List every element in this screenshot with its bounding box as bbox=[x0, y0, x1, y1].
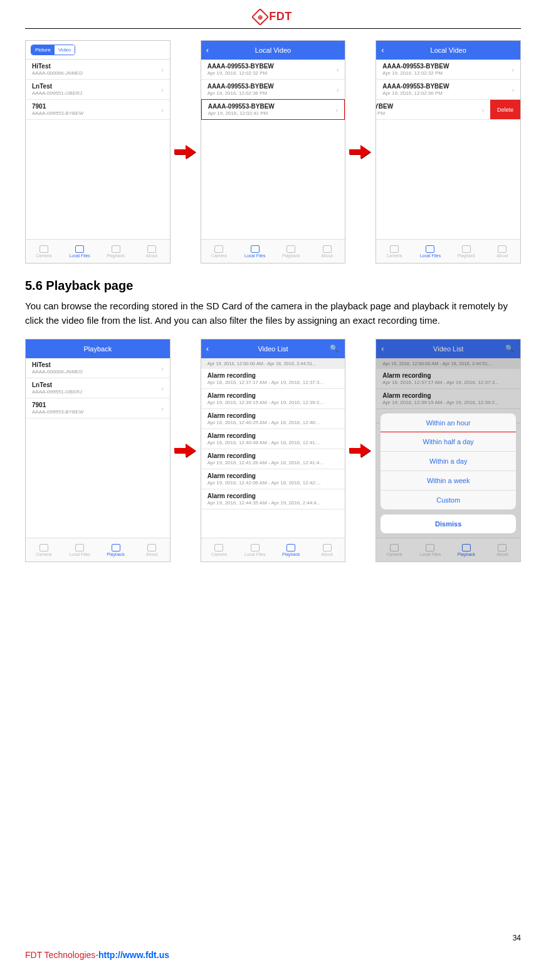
list-item[interactable]: AAAA-099553-BYBEW Apr 19, 2016, 12:02:36… bbox=[201, 80, 345, 100]
item-sub: Apr 19, 2016, 12:02:41 PM bbox=[208, 110, 339, 116]
list-item-swiped[interactable]: 9553-BYBEW , 12:02:41 PM › Delete bbox=[376, 100, 520, 120]
tab-playback[interactable]: Playback bbox=[448, 538, 484, 562]
tab-about[interactable]: About bbox=[485, 538, 520, 562]
tab-local-files[interactable]: Local Files bbox=[61, 240, 97, 263]
playback-icon bbox=[286, 544, 295, 551]
phone3-title: Local Video bbox=[431, 46, 466, 54]
tab-label: Playback bbox=[107, 552, 124, 557]
option-within-half-day[interactable]: Within half a day bbox=[380, 432, 517, 452]
list-item-highlighted[interactable]: AAAA-099553-BYBEW Apr 19, 2016, 12:02:41… bbox=[201, 99, 345, 120]
action-sheet-options: Within an hour Within half a day Within … bbox=[380, 413, 517, 510]
tab-camera[interactable]: Camera bbox=[201, 538, 237, 562]
search-icon[interactable]: 🔍 bbox=[330, 344, 339, 353]
arrow-right-icon bbox=[349, 145, 372, 159]
chevron-right-icon: › bbox=[482, 106, 484, 113]
item-sub: Apr 19, 2016, 12:44:35 AM - Apr 19, 2016… bbox=[207, 500, 339, 506]
list-item[interactable]: Alarm recordingApr 19, 2016, 12:41:26 AM… bbox=[201, 449, 345, 469]
option-within-day[interactable]: Within a day bbox=[381, 451, 516, 471]
list-item[interactable]: LnTest AAAA-099551-OBERJ › bbox=[26, 80, 170, 100]
list-item[interactable]: AAAA-099553-BYBEW Apr 19, 2016, 12:02:32… bbox=[376, 60, 520, 80]
list-item[interactable]: AAAA-099553-BYBEW Apr 19, 2016, 12:02:36… bbox=[376, 80, 520, 100]
phone2-header: ‹ Local Video bbox=[201, 41, 345, 60]
tab-label: Camera bbox=[211, 253, 227, 258]
tab-camera[interactable]: Camera bbox=[26, 538, 61, 562]
tab-local-files[interactable]: Local Files bbox=[412, 240, 448, 263]
item-sub: AAAA-000066-JNMED bbox=[32, 70, 164, 76]
pb-phone1-header: Playback bbox=[26, 339, 170, 358]
tab-camera[interactable]: Camera bbox=[376, 538, 412, 562]
phone-local-video-swipe-delete: ‹ Local Video AAAA-099553-BYBEW Apr 19, … bbox=[375, 40, 521, 264]
tab-label: Local Files bbox=[69, 552, 90, 557]
back-button[interactable]: ‹ bbox=[381, 45, 384, 55]
list-item[interactable]: Alarm recordingApr 18, 2016, 12:40:48 AM… bbox=[201, 429, 345, 449]
list-item[interactable]: HiTest AAAA-000066-JNMED › bbox=[26, 60, 170, 80]
tab-label: Local Files bbox=[244, 253, 265, 258]
tab-label: Camera bbox=[36, 552, 51, 557]
tab-label: Local Files bbox=[420, 253, 441, 258]
pb-phone2-header: ‹ Video List 🔍 bbox=[201, 339, 345, 358]
about-icon bbox=[498, 544, 507, 551]
list-item[interactable]: AAAA-099553-BYBEW Apr 19, 2016, 12:02:32… bbox=[201, 60, 345, 80]
tab-playback[interactable]: Playback bbox=[98, 538, 134, 562]
item-title: AAAA-099553-BYBEW bbox=[207, 83, 339, 90]
item-sub: Apr 19, 2016, 12:02:32 PM bbox=[207, 70, 339, 76]
files-icon bbox=[426, 245, 434, 253]
tab-playback[interactable]: Playback bbox=[448, 240, 484, 263]
footer-company: FDT Technologies- bbox=[25, 950, 98, 960]
back-button[interactable]: ‹ bbox=[206, 344, 209, 353]
tab-camera[interactable]: Camera bbox=[201, 240, 237, 263]
back-button[interactable]: ‹ bbox=[206, 45, 209, 55]
item-sub: Apr 18, 2016, 12:40:25 AM - Apr 18, 2016… bbox=[207, 420, 339, 425]
list-item[interactable]: 7901 AAAA-099553-BYBEW › bbox=[26, 100, 170, 120]
phone1-header: Picture Video bbox=[26, 41, 170, 60]
pb-phone1-body: HiTest AAAA-000066-JNMED › LnTest AAAA-0… bbox=[26, 358, 170, 538]
tab-about[interactable]: About bbox=[134, 538, 169, 562]
item-title: 7901 bbox=[32, 103, 164, 110]
tab-local-files[interactable]: Local Files bbox=[237, 538, 273, 562]
arrow-right-icon bbox=[349, 444, 372, 457]
tab-label: Local Files bbox=[69, 253, 90, 258]
option-within-hour[interactable]: Within an hour bbox=[381, 413, 516, 432]
tab-local-files[interactable]: Local Files bbox=[412, 538, 448, 562]
list-item[interactable]: 7901 AAAA-099553-BYBEW › bbox=[26, 398, 170, 418]
phone-video-list-filter-sheet: ‹ Video List 🔍 Apr 19, 2016, 12:00:00 AM… bbox=[375, 339, 521, 562]
segment-control[interactable]: Picture Video bbox=[31, 45, 75, 55]
tab-local-files[interactable]: Local Files bbox=[61, 538, 97, 562]
item-title: Alarm recording bbox=[207, 472, 339, 479]
list-item[interactable]: Alarm recordingApr 18, 2016, 12:40:25 AM… bbox=[201, 409, 345, 429]
tab-about[interactable]: About bbox=[134, 240, 169, 263]
segment-picture[interactable]: Picture bbox=[31, 45, 55, 55]
tab-label: Playback bbox=[458, 552, 475, 557]
search-icon[interactable]: 🔍 bbox=[505, 344, 514, 353]
delete-button[interactable]: Delete bbox=[490, 100, 520, 119]
tab-label: About bbox=[146, 552, 157, 557]
option-within-week[interactable]: Within a week bbox=[381, 471, 516, 490]
tab-about[interactable]: About bbox=[309, 538, 345, 562]
tab-camera[interactable]: Camera bbox=[376, 240, 412, 263]
back-button[interactable]: ‹ bbox=[381, 344, 384, 353]
tab-local-files[interactable]: Local Files bbox=[237, 240, 273, 263]
tab-playback[interactable]: Playback bbox=[273, 240, 309, 263]
segment-video[interactable]: Video bbox=[55, 45, 75, 55]
list-item[interactable]: Alarm recordingApr 19, 2016, 12:39:15 AM… bbox=[201, 389, 345, 409]
list-item[interactable]: HiTest AAAA-000066-JNMED › bbox=[26, 358, 170, 378]
phone2-title: Local Video bbox=[255, 46, 291, 54]
list-item[interactable]: Alarm recordingApr 19, 2016, 12:44:35 AM… bbox=[201, 489, 345, 509]
tab-camera[interactable]: Camera bbox=[26, 240, 61, 263]
phone-video-list: ‹ Video List 🔍 Apr 19, 2016, 12:00:00 AM… bbox=[201, 339, 346, 562]
pb-phone2-body: Apr 19, 2016, 12:00:00 AM - Apr 18, 2016… bbox=[201, 358, 345, 538]
list-item[interactable]: LnTest AAAA-099551-OBERJ › bbox=[26, 378, 170, 398]
tab-playback[interactable]: Playback bbox=[273, 538, 309, 562]
item-sub: Apr 19, 2016, 12:41:26 AM - Apr 18, 2016… bbox=[207, 460, 339, 466]
list-item[interactable]: Alarm recordingApr 18, 2016, 12:37:17 AM… bbox=[201, 369, 345, 389]
pb-phone1-title: Playback bbox=[84, 345, 112, 353]
tab-about[interactable]: About bbox=[309, 240, 345, 263]
tab-playback[interactable]: Playback bbox=[98, 240, 134, 263]
dismiss-button[interactable]: Dismiss bbox=[380, 514, 517, 534]
tab-about[interactable]: About bbox=[485, 240, 520, 263]
tab-label: Playback bbox=[282, 253, 300, 258]
footer-url: http://www.fdt.us bbox=[98, 950, 169, 960]
playback-icon bbox=[462, 544, 471, 551]
list-item[interactable]: Alarm recordingApr 19, 2016, 12:42:06 AM… bbox=[201, 469, 345, 489]
option-custom[interactable]: Custom bbox=[381, 490, 516, 509]
